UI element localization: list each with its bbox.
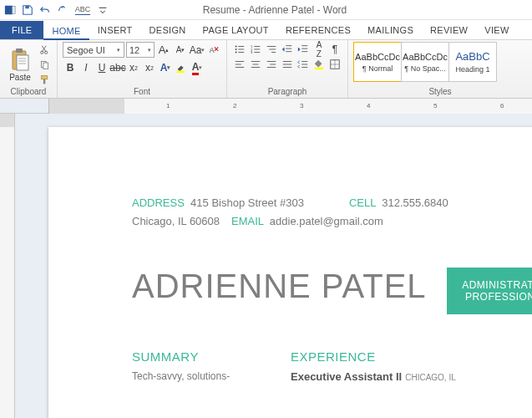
summary-text: Tech-savvy, solutions- [132,370,257,382]
superscript-icon[interactable]: x2 [142,60,157,75]
font-label: Font [63,87,221,97]
ribbon: Paste Clipboard Segoe UI▾ 12▾ A▴ A▾ Aa▾ … [0,40,532,99]
svg-rect-12 [43,63,48,69]
vertical-ruler[interactable] [0,114,15,418]
svg-point-19 [236,48,237,50]
paragraph-label: Paragraph [232,87,342,97]
svg-text:3: 3 [251,50,253,54]
undo-icon[interactable] [37,2,53,18]
group-paragraph: 123 AZ ¶ Paragraph [227,40,348,98]
paste-button[interactable]: Paste [5,48,35,82]
svg-rect-2 [25,5,28,8]
style-heading-1[interactable]: AaBbCHeading 1 [448,42,497,82]
svg-point-17 [236,45,237,47]
svg-rect-14 [43,79,44,84]
text-effects-icon[interactable]: A▾ [158,60,173,75]
svg-rect-0 [5,5,13,14]
line-spacing-icon[interactable] [296,57,311,72]
tab-page-layout[interactable]: PAGE LAYOUT [195,22,277,39]
borders-icon[interactable] [327,57,342,72]
italic-button[interactable]: I [79,60,94,75]
change-case-icon[interactable]: Aa▾ [190,43,205,58]
tab-review[interactable]: REVIEW [422,22,476,39]
subscript-icon[interactable]: x2 [126,60,141,75]
style-normal[interactable]: AaBbCcDc¶ Normal [353,42,402,82]
numbering-icon[interactable]: 123 [248,42,263,57]
bullets-icon[interactable] [232,42,247,57]
increase-indent-icon[interactable] [296,42,311,57]
svg-text:A: A [210,45,215,54]
sort-icon[interactable]: AZ [312,42,327,57]
highlight-icon[interactable] [174,60,189,75]
spellcheck-icon[interactable]: ABC [72,2,94,18]
multilevel-list-icon[interactable] [264,42,279,57]
summary-heading: SUMMARY [132,349,257,364]
align-center-icon[interactable] [248,57,263,72]
title-bar: ABC Resume - Adrienne Patel - Word [0,0,532,20]
document-area: ADDRESS 415 Bishop Street #303 CELL 312.… [0,114,532,418]
style-no-spacing[interactable]: AaBbCcDc¶ No Spac... [401,42,449,82]
svg-rect-16 [177,71,185,74]
resume-name: ADRIENNE PATEL [132,268,447,314]
tab-mailings[interactable]: MAILINGS [359,22,422,39]
svg-rect-53 [315,68,324,70]
align-left-icon[interactable] [232,57,247,72]
svg-rect-13 [41,75,47,79]
clipboard-label: Clipboard [5,87,52,97]
show-hide-icon[interactable]: ¶ [327,42,342,57]
svg-rect-4 [16,48,23,53]
svg-rect-5 [17,55,28,70]
group-clipboard: Paste Clipboard [0,40,58,98]
paste-label: Paste [9,73,31,82]
styles-label: Styles [353,87,527,97]
shrink-font-icon[interactable]: A▾ [173,43,188,58]
svg-point-21 [236,51,237,53]
clear-formatting-icon[interactable]: A [206,43,221,58]
bold-button[interactable]: B [63,60,78,75]
save-icon[interactable] [19,2,36,18]
justify-icon[interactable] [280,57,295,72]
job-entry: Executive Assistant IICHICAGO, IL [291,370,532,383]
title-badge: ADMINISTRATIVEPROFESSIONAL [447,268,532,314]
redo-icon[interactable] [54,2,71,18]
horizontal-ruler[interactable]: 12 34 56 [0,99,532,114]
grow-font-icon[interactable]: A▴ [156,43,171,58]
quick-access-toolbar: ABC [2,2,111,18]
word-app-icon[interactable] [2,2,18,18]
tab-insert[interactable]: INSERT [89,22,141,39]
tab-file[interactable]: FILE [0,21,43,39]
qat-customize-icon[interactable] [94,2,111,18]
decrease-indent-icon[interactable] [280,42,295,57]
font-color-icon[interactable]: A▾ [190,60,205,75]
svg-rect-1 [13,6,16,13]
group-styles: AaBbCcDc¶ Normal AaBbCcDc¶ No Spac... Aa… [348,40,532,98]
document-page[interactable]: ADDRESS 415 Bishop Street #303 CELL 312.… [48,127,532,418]
tab-design[interactable]: DESIGN [141,22,195,39]
ribbon-tabs: FILE HOME INSERT DESIGN PAGE LAYOUT REFE… [0,20,532,40]
cut-icon[interactable] [37,43,52,56]
font-name-select[interactable]: Segoe UI▾ [63,42,124,58]
tab-references[interactable]: REFERENCES [277,22,359,39]
document-title: Resume - Adrienne Patel - Word [111,4,438,16]
tab-home[interactable]: HOME [43,23,89,40]
align-right-icon[interactable] [264,57,279,72]
group-font: Segoe UI▾ 12▾ A▴ A▾ Aa▾ A B I U abc x2 x… [58,40,227,98]
strikethrough-icon[interactable]: abc [110,60,125,75]
font-size-select[interactable]: 12▾ [126,42,155,58]
shading-icon[interactable] [312,57,327,72]
contact-block: ADDRESS 415 Bishop Street #303 CELL 312.… [132,194,532,231]
tab-view[interactable]: VIEW [476,22,517,39]
format-painter-icon[interactable] [37,73,52,86]
underline-button[interactable]: U [94,60,109,75]
copy-icon[interactable] [37,58,52,71]
experience-heading: EXPERIENCE [291,349,532,364]
